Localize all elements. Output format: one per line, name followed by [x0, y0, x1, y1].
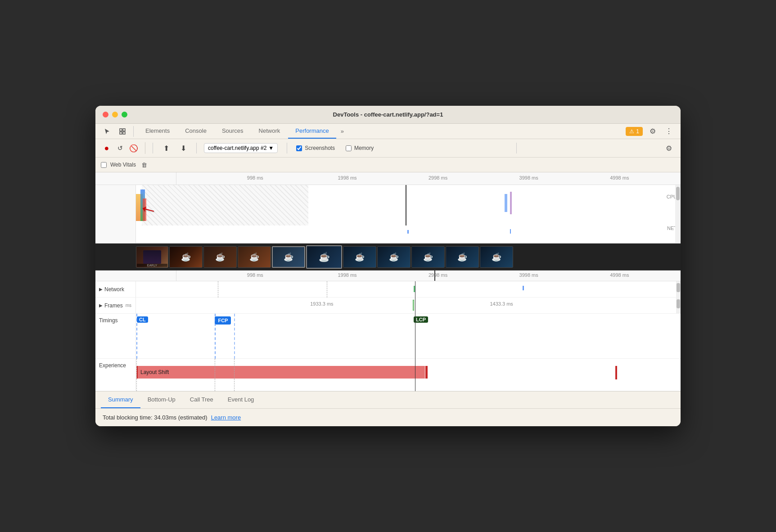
upload-button[interactable]: ⬆ — [160, 142, 172, 154]
frames-ms-label: ms — [126, 303, 131, 308]
layout-shift-label: Layout Shift — [140, 369, 169, 375]
memory-checkbox-group: Memory — [346, 145, 374, 151]
lcp-badge[interactable]: LCP — [414, 316, 428, 323]
ruler2-1998: 1998 ms — [338, 272, 356, 278]
reload-button[interactable]: ↺ — [114, 142, 126, 154]
experience-content[interactable]: Layout Shift — [136, 359, 681, 391]
tab-summary[interactable]: Summary — [101, 392, 140, 408]
filmstrip[interactable]: EARLY ☕ ☕ ☕ ☕ — [95, 243, 681, 271]
tab-performance[interactable]: Performance — [288, 124, 336, 139]
film-frame[interactable]: ☕ — [377, 246, 411, 268]
profile-select[interactable]: coffee-cart.netlify.app #2 ▼ — [204, 143, 278, 153]
fcp-badge[interactable]: FCP — [215, 316, 231, 325]
fcp-dashed-line — [215, 314, 216, 359]
film-frame[interactable]: EARLY — [136, 246, 168, 268]
film-frame[interactable]: ☕ — [480, 246, 513, 268]
tab-bottom-up[interactable]: Bottom-Up — [140, 392, 183, 408]
more-options-icon[interactable]: ⋮ — [663, 125, 675, 138]
scrollbar-thumb[interactable] — [677, 283, 680, 292]
film-frame[interactable]: ☕ — [203, 246, 237, 268]
scrollbar-track-right[interactable] — [676, 281, 681, 298]
delete-icon[interactable]: 🗑 — [140, 160, 149, 170]
screenshots-checkbox[interactable] — [296, 145, 302, 151]
ruler2-998: 998 ms — [247, 272, 263, 278]
timeline-ruler-top: 998 ms 1998 ms 2998 ms 3998 ms 4998 ms — [95, 172, 681, 185]
learn-more-link[interactable]: Learn more — [211, 414, 241, 421]
film-frame[interactable]: ☕ — [272, 246, 305, 268]
film-frame-highlight[interactable]: ☕ — [306, 245, 342, 269]
window-title: DevTools - coffee-cart.netlify.app/?ad=1 — [333, 111, 443, 118]
ruler-1998: 1998 ms — [338, 175, 356, 180]
record-controls: ● ↺ 🚫 — [101, 142, 145, 154]
download-button[interactable]: ⬇ — [177, 142, 189, 154]
scrollbar-frames[interactable] — [676, 298, 681, 314]
maximize-button[interactable] — [122, 112, 127, 117]
frames-content[interactable]: 1933.3 ms 1433.3 ms — [136, 298, 681, 314]
timings-content[interactable]: CL FCP LCP — [136, 314, 681, 359]
frames-timing-2: 1433.3 ms — [490, 301, 513, 307]
cursor-icon[interactable] — [101, 125, 113, 138]
network-label-text: Network — [104, 286, 124, 293]
timings-track: Timings CL FCP LCP — [95, 314, 681, 359]
inspect-icon[interactable] — [116, 125, 129, 138]
record-button[interactable]: ● — [101, 142, 113, 154]
film-frame[interactable]: ☕ — [343, 246, 376, 268]
tab-event-log[interactable]: Event Log — [221, 392, 262, 408]
ruler-4998: 4998 ms — [610, 175, 629, 180]
network-content[interactable] — [136, 281, 681, 298]
vline-2998 — [415, 281, 415, 298]
network-bar-2 — [523, 286, 524, 290]
tab-call-tree[interactable]: Call Tree — [183, 392, 221, 408]
layout-shift-bar[interactable]: Layout Shift — [136, 366, 425, 379]
frames-label[interactable]: ▶ Frames ms — [95, 298, 136, 313]
svg-rect-1 — [123, 129, 125, 131]
tab-network[interactable]: Network — [252, 124, 288, 139]
film-frame[interactable]: ☕ — [446, 246, 479, 268]
stop-button[interactable]: 🚫 — [128, 142, 140, 154]
cl-dashed-line — [136, 314, 137, 359]
tab-more[interactable]: » — [337, 124, 347, 138]
status-bar: Total blocking time: 34.03ms (estimated)… — [95, 409, 681, 426]
warning-badge[interactable]: ⚠ 1 — [626, 127, 643, 136]
network-label[interactable]: ▶ Network — [95, 281, 136, 297]
tab-elements[interactable]: Elements — [138, 124, 177, 139]
tab-console[interactable]: Console — [178, 124, 214, 139]
network-track: ▶ Network — [95, 281, 681, 298]
profile-name: coffee-cart.netlify.app #2 — [208, 145, 266, 151]
timings-label: Timings — [95, 314, 136, 358]
close-button[interactable] — [103, 112, 108, 117]
settings-icon[interactable]: ⚙ — [646, 125, 659, 138]
web-vitals-checkbox[interactable] — [101, 162, 107, 168]
ruler-3998: 3998 ms — [519, 175, 538, 180]
exp-dashed-2 — [215, 359, 215, 391]
scrollbar-right[interactable] — [675, 185, 681, 243]
vitals-bar: Web Vitals 🗑 — [95, 158, 681, 172]
frame-content: ☕ — [480, 247, 513, 267]
traffic-lights — [103, 112, 127, 117]
screenshots-checkbox-group: Screenshots — [296, 145, 335, 151]
record-bar: ● ↺ 🚫 ⬆ ⬇ coffee-cart.netlify.app #2 ▼ S… — [95, 139, 681, 158]
frame-content: ☕ — [378, 247, 410, 267]
cpu-chart — [136, 185, 663, 225]
extra-dashed-line — [234, 314, 235, 359]
expand-frames-icon[interactable]: ▶ — [99, 303, 103, 308]
performance-settings-icon[interactable]: ⚙ — [663, 142, 675, 154]
tab-sources[interactable]: Sources — [215, 124, 251, 139]
ruler2-3998: 3998 ms — [519, 272, 538, 278]
film-frame[interactable]: ☕ — [238, 246, 271, 268]
title-bar: DevTools - coffee-cart.netlify.app/?ad=1 — [95, 106, 681, 124]
cl-badge[interactable]: CL — [137, 316, 148, 323]
experience-label: Experience — [95, 359, 136, 391]
timeline-ruler-bottom: 998 ms 1998 ms 2998 ms 3998 ms 4998 ms — [95, 271, 681, 281]
warning-icon: ⚠ — [629, 128, 634, 135]
late-layout-shift — [615, 366, 617, 379]
film-frame[interactable]: ☕ — [169, 246, 203, 268]
ruler2-4998: 4998 ms — [610, 272, 629, 278]
frames-vline — [415, 298, 415, 314]
minimize-button[interactable] — [112, 112, 118, 117]
film-frame[interactable]: ☕ — [411, 246, 445, 268]
timeline-main-content[interactable]: ← CPU NET — [95, 185, 681, 243]
expand-network-icon[interactable]: ▶ — [99, 287, 103, 292]
experience-vline — [415, 359, 415, 391]
memory-checkbox[interactable] — [346, 145, 352, 151]
